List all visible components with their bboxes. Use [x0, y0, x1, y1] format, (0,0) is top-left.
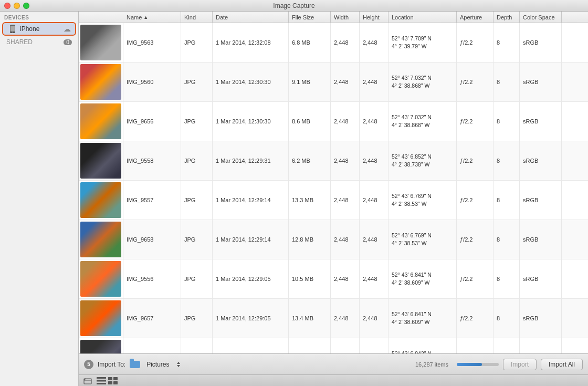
cell-location: 52° 43' 7.032" N4° 2' 38.868" W — [388, 102, 457, 141]
minimize-button[interactable] — [14, 3, 20, 9]
thumbnail-image — [80, 340, 121, 353]
folder-icon — [130, 361, 140, 368]
sort-arrow: ▲ — [143, 15, 148, 20]
cell-depth: 8 — [494, 181, 520, 220]
import-all-button[interactable]: Import All — [541, 359, 583, 370]
cell-size: 12.8 MB — [289, 220, 331, 259]
cell-name: IMG_7546 — [123, 338, 181, 354]
th-aperture[interactable]: Aperture — [457, 12, 494, 23]
cell-kind: JPG — [181, 338, 213, 354]
thumbnail-image — [80, 300, 121, 336]
cell-depth: 8 — [494, 299, 520, 338]
cell-width: 2,448 — [331, 102, 360, 141]
table-row[interactable]: IMG_9658 JPG 1 Mar 2014, 12:29:14 12.8 M… — [79, 220, 588, 259]
item-count: 16,287 items — [415, 361, 448, 368]
table-body: IMG_9563 JPG 1 Mar 2014, 12:32:08 6.8 MB… — [79, 23, 588, 353]
import-folder-name: Pictures — [146, 361, 169, 368]
cell-height: 2,448 — [360, 102, 388, 141]
iphone-icon — [7, 25, 18, 33]
cell-colorspace: sRGB — [520, 299, 562, 338]
view-toggle[interactable] — [97, 377, 118, 384]
cell-date: 1 Mar 2014, 12:29:05 — [213, 299, 289, 338]
cell-aperture: ƒ/2.2 — [457, 259, 494, 299]
dropdown-arrows-icon — [175, 361, 182, 368]
thumbnail-image — [80, 25, 121, 60]
cell-depth: 8 — [494, 338, 520, 354]
cell-thumbnail — [79, 62, 123, 102]
cell-depth: 8 — [494, 259, 520, 299]
cell-name: IMG_9560 — [123, 62, 181, 102]
cell-kind: JPG — [181, 220, 213, 259]
cell-depth: 8 — [494, 220, 520, 259]
th-file-size[interactable]: File Size — [289, 12, 331, 23]
table-row[interactable]: IMG_9556 JPG 1 Mar 2014, 12:29:05 10.5 M… — [79, 259, 588, 299]
cell-size: 13.4 MB — [289, 299, 331, 338]
svg-rect-6 — [97, 377, 106, 379]
bottom-bar — [79, 374, 588, 386]
cell-aperture: ƒ/2.2 — [457, 62, 494, 102]
table-row[interactable]: IMG_7546 JPG 1 Mar 2014, 12:01:11 8.3 MB… — [79, 338, 588, 353]
svg-rect-11 — [108, 381, 112, 384]
list-view-icon[interactable] — [97, 377, 106, 384]
table-row[interactable]: IMG_9657 JPG 1 Mar 2014, 12:29:05 13.4 M… — [79, 299, 588, 338]
cell-size: 6.2 MB — [289, 141, 331, 181]
cell-name: IMG_9563 — [123, 23, 181, 62]
th-date[interactable]: Date — [213, 12, 289, 23]
cell-width: 2,448 — [331, 299, 360, 338]
window-title: Image Capture — [273, 2, 314, 9]
table-row[interactable]: IMG_9560 JPG 1 Mar 2014, 12:30:30 9.1 MB… — [79, 62, 588, 102]
add-folder-button[interactable] — [83, 376, 92, 385]
cell-colorspace: sRGB — [520, 181, 562, 220]
cell-height: 2,448 — [360, 62, 388, 102]
svg-rect-10 — [113, 377, 118, 380]
th-colorspace[interactable]: Color Space — [520, 12, 562, 23]
cell-height: 2,448 — [360, 141, 388, 181]
cell-kind: JPG — [181, 259, 213, 299]
cell-colorspace: sRGB — [520, 338, 562, 354]
content-area: Name ▲ Kind Date File Size Width Height … — [79, 12, 588, 386]
th-name[interactable]: Name ▲ — [123, 12, 181, 23]
cell-size: 9.1 MB — [289, 62, 331, 102]
th-width[interactable]: Width — [331, 12, 360, 23]
cell-aperture: ƒ/2.2 — [457, 141, 494, 181]
cell-size: 8.3 MB — [289, 338, 331, 354]
cell-kind: JPG — [181, 102, 213, 141]
cell-width: 2,448 — [331, 62, 360, 102]
table-row[interactable]: IMG_9656 JPG 1 Mar 2014, 12:30:30 8.6 MB… — [79, 102, 588, 141]
cell-height: 2,448 — [360, 23, 388, 62]
cell-name: IMG_9657 — [123, 299, 181, 338]
window-controls[interactable] — [4, 3, 29, 9]
cell-height: 2,448 — [360, 181, 388, 220]
th-depth[interactable]: Depth — [494, 12, 520, 23]
th-kind[interactable]: Kind — [181, 12, 213, 23]
cell-location: 52° 43' 6.852" N4° 2' 38.738" W — [388, 141, 457, 181]
cell-date: 1 Mar 2014, 12:01:11 — [213, 338, 289, 354]
grid-view-icon[interactable] — [108, 377, 118, 384]
add-folder-icon — [83, 377, 92, 385]
table-row[interactable]: IMG_9558 JPG 1 Mar 2014, 12:29:31 6.2 MB… — [79, 141, 588, 181]
folder-dropdown[interactable] — [174, 360, 183, 369]
svg-rect-9 — [108, 377, 112, 380]
cell-name: IMG_9556 — [123, 259, 181, 299]
cell-name: IMG_9557 — [123, 181, 181, 220]
cell-width: 2,448 — [331, 220, 360, 259]
svg-point-2 — [12, 32, 13, 33]
svg-marker-4 — [177, 365, 180, 367]
cell-aperture: ƒ/2.2 — [457, 23, 494, 62]
selected-count-badge: 5 — [84, 360, 93, 369]
table-row[interactable]: IMG_9557 JPG 1 Mar 2014, 12:29:14 13.3 M… — [79, 181, 588, 220]
thumbnail-image — [80, 222, 121, 257]
cell-aperture: ƒ/2.2 — [457, 220, 494, 259]
cell-width: 2,448 — [331, 259, 360, 299]
th-height[interactable]: Height — [360, 12, 388, 23]
sidebar-item-iphone[interactable]: iPhone ☁ — [2, 22, 76, 36]
close-button[interactable] — [4, 3, 10, 9]
import-button[interactable]: Import — [503, 359, 537, 370]
th-location[interactable]: Location — [388, 12, 457, 23]
maximize-button[interactable] — [23, 3, 29, 9]
cell-thumbnail — [79, 338, 123, 354]
cell-kind: JPG — [181, 141, 213, 181]
cell-date: 1 Mar 2014, 12:29:31 — [213, 141, 289, 181]
table-row[interactable]: IMG_9563 JPG 1 Mar 2014, 12:32:08 6.8 MB… — [79, 23, 588, 62]
cell-depth: 8 — [494, 102, 520, 141]
